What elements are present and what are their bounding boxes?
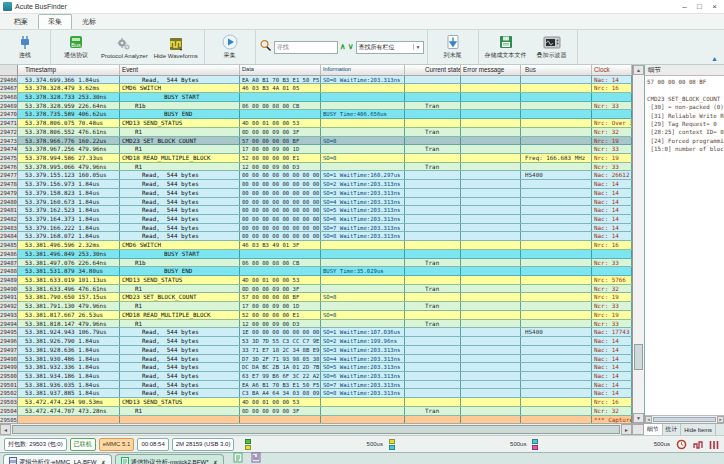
table-row[interactable]: 2946953.378.328.959 226.64nsR1b06 00 00 …: [0, 102, 632, 111]
save-text-button[interactable]: 存储成文本文件: [482, 33, 530, 61]
tab-cursor[interactable]: 光标: [72, 14, 106, 29]
column-header[interactable]: Clock: [592, 65, 632, 75]
status-bar: 封包数: 29503 (包:0) 已联机 eMMC 5.1 00:08:54 2…: [0, 435, 724, 452]
cell-ts: 53.379.164.373 1.84us: [18, 215, 120, 223]
search-scope-select[interactable]: 查找所有栏位 ▼: [356, 41, 424, 54]
table-row[interactable]: 2948253.379.164.373 1.84usRead, 544 byte…: [0, 215, 632, 224]
column-header[interactable]: Event: [120, 65, 240, 75]
row-number-header: [0, 65, 18, 75]
table-row[interactable]: 2947653.378.995.066 479.96nsR112 00 00 0…: [0, 163, 632, 172]
table-row[interactable]: 2948553.381.496.596 2.32msCMD6 SWITCH46 …: [0, 241, 632, 250]
table-row[interactable]: 2947453.378.967.256 479.96nsR117 00 00 0…: [0, 145, 632, 154]
search-input[interactable]: [274, 41, 338, 54]
search-next-icon[interactable]: ∨: [348, 42, 354, 52]
cell-info: [321, 302, 405, 310]
cell-st: [405, 328, 461, 336]
trigger-clock-icon[interactable]: [676, 439, 687, 450]
table-row[interactable]: 2948153.379.162.523 1.84usRead, 544 byte…: [0, 206, 632, 215]
new-document-icon[interactable]: [233, 449, 243, 464]
table-row[interactable]: 2947153.378.806.075 70.48usCMD13 SEND_ST…: [0, 119, 632, 128]
capture-button[interactable]: 采集: [208, 33, 252, 61]
tab-file[interactable]: 档案: [4, 14, 38, 29]
connect-button[interactable]: 连线: [3, 33, 47, 61]
column-header[interactable]: Current state: [405, 65, 461, 75]
collapse-ribbon-icon[interactable]: ▲: [711, 55, 718, 62]
table-row[interactable]: 2949153.381.790.650 157.15usCMD23 SET_BL…: [0, 293, 632, 302]
details-scroll-thumb[interactable]: [653, 417, 716, 422]
table-row[interactable]: 2948453.379.168.072 1.84usRead, 544 byte…: [0, 232, 632, 241]
scroll-right-icon[interactable]: ►: [621, 424, 632, 435]
minimize-button[interactable]: –: [677, 1, 692, 13]
search-prev-icon[interactable]: ∧: [340, 42, 346, 52]
vertical-scrollbar[interactable]: ▲ ▼: [632, 65, 644, 423]
doc-tab-protocol-analysis[interactable]: 通信协议分析-mstick2.BFW* ✗: [115, 454, 224, 464]
details-scroll-left-icon[interactable]: ◄: [645, 416, 652, 423]
maximize-button[interactable]: □: [692, 1, 707, 13]
table-row[interactable]: 2949953.381.932.336 1.84usRead, 544 byte…: [0, 363, 632, 372]
column-header[interactable]: Error message: [461, 65, 521, 75]
scroll-up-icon[interactable]: ▲: [633, 65, 644, 75]
table-row[interactable]: 2947753.379.155.123 160.05usRead, 544 by…: [0, 171, 632, 180]
doc-tab-logic-analyzer[interactable]: 逻辑分析仪-eMMC_LA.BFW ✗: [3, 454, 112, 464]
table-row[interactable]: 2949253.381.791.130 479.96nsR117 00 00 0…: [0, 302, 632, 311]
horizontal-scroll-thumb[interactable]: [12, 425, 620, 434]
table-row[interactable]: 2949453.381.818.147 479.96nsR112 00 00 0…: [0, 320, 632, 329]
table-row[interactable]: 2946853.378.328.733 253.30nsBUSY START: [0, 93, 632, 102]
table-row[interactable]: 2947053.378.735.589 406.62usBUSY ENDBUSY…: [0, 110, 632, 119]
table-row[interactable]: 2950353.472.474.234 90.53msCMD13 SEND_ST…: [0, 398, 632, 407]
to-end-button[interactable]: 到末尾: [431, 33, 475, 61]
column-header[interactable]: Bus: [521, 65, 592, 75]
table-row[interactable]: 29505*** Capture S: [0, 416, 632, 423]
analyzer-window-icon[interactable]: [251, 449, 261, 464]
table-row[interactable]: 2949653.381.926.790 1.84usRead, 544 byte…: [0, 337, 632, 346]
scroll-left-icon[interactable]: ◄: [0, 424, 11, 435]
table-row[interactable]: 2946653.374.699.366 1.84usRead, 544 Byte…: [0, 76, 632, 85]
table-row[interactable]: 2947953.379.158.823 1.84usRead, 544 byte…: [0, 189, 632, 198]
hide-waveforms-button[interactable]: Hide Waveforms: [151, 35, 201, 60]
close-tab-icon[interactable]: ✗: [213, 459, 218, 464]
histogram-view-icon[interactable]: [709, 439, 720, 450]
bus-protocol-button[interactable]: Bus 通信协议: [54, 33, 98, 61]
details-horizontal-scrollbar[interactable]: ◄ ►: [645, 415, 724, 423]
table-row[interactable]: 2948853.381.531.879 34.80usBUSY ENDBUSY …: [0, 267, 632, 276]
add-oscilloscope-button[interactable]: 叠加示波器: [530, 33, 574, 61]
table-row[interactable]: 2948653.381.496.849 253.30nsBUSY START: [0, 250, 632, 259]
table-row[interactable]: 2947553.378.994.586 27.33usCMD18 READ_MU…: [0, 154, 632, 163]
table-row[interactable]: 2948353.379.166.222 1.84usRead, 544 byte…: [0, 224, 632, 233]
tab-statistics[interactable]: 统计: [663, 424, 682, 435]
table-row[interactable]: 2950153.381.936.035 1.84usRead, 544 byte…: [0, 381, 632, 390]
table-row[interactable]: 2950453.472.474.707 473.28nsR10D 00 00 0…: [0, 407, 632, 416]
table-row[interactable]: 2949553.381.924.943 106.79usRead, 544 by…: [0, 328, 632, 337]
table-row[interactable]: 2949853.381.930.486 1.84usRead, 544 byte…: [0, 355, 632, 364]
details-scroll-right-icon[interactable]: ►: [717, 416, 724, 423]
close-button[interactable]: ×: [707, 1, 722, 13]
scroll-down-icon[interactable]: ▼: [633, 413, 644, 423]
column-header[interactable]: Information: [321, 65, 405, 75]
table-row[interactable]: 2948053.379.160.673 1.84usRead, 544 byte…: [0, 198, 632, 207]
table-row[interactable]: 2949353.381.817.667 26.53usCMD18 READ_MU…: [0, 311, 632, 320]
table-row[interactable]: 2949753.381.928.636 1.84usRead, 544 byte…: [0, 346, 632, 355]
table-row[interactable]: 2947353.378.966.776 160.22usCMD23 SET_BL…: [0, 137, 632, 146]
table-row[interactable]: 2950253.381.937.885 1.84usRead, 544 byte…: [0, 389, 632, 398]
close-tab-icon[interactable]: ✗: [101, 459, 106, 464]
table-row[interactable]: 2946753.378.328.479 3.62msCMD6 SWITCH46 …: [0, 84, 632, 93]
hide-items-button[interactable]: Hide Items: [681, 424, 716, 435]
table-row[interactable]: 2950053.381.934.186 1.84usRead, 544 byte…: [0, 372, 632, 381]
protocol-analyzer-button[interactable]: Protocol Analyzer: [98, 35, 151, 60]
horizontal-scrollbar[interactable]: ◄ ►: [0, 423, 644, 435]
column-header[interactable]: Timestamp: [18, 65, 120, 75]
table-row[interactable]: 2948753.381.497.076 226.64nsR1b06 00 00 …: [0, 259, 632, 268]
table-row[interactable]: 2947853.379.156.973 1.84usRead, 544 byte…: [0, 180, 632, 189]
vertical-scroll-thumb[interactable]: [634, 344, 643, 370]
cursor-marker-pair-3[interactable]: [532, 439, 538, 450]
table-row[interactable]: 2949053.381.633.496 476.61nsR10D 00 00 0…: [0, 285, 632, 294]
cursor-marker-pair-1[interactable]: [245, 439, 251, 450]
waveform-view-icon[interactable]: [693, 439, 703, 450]
column-header[interactable]: Data: [240, 65, 321, 75]
tab-details[interactable]: 细节: [644, 424, 663, 435]
cursor-marker-pair-2[interactable]: [389, 439, 395, 450]
table-row[interactable]: 2947253.378.806.552 476.61nsR10D 00 00 0…: [0, 128, 632, 137]
table-row[interactable]: 2948953.381.633.019 101.13usCMD13 SEND_S…: [0, 276, 632, 285]
tab-capture[interactable]: 采集: [38, 14, 72, 29]
cell-ev: Read, 544 bytes: [120, 372, 240, 380]
